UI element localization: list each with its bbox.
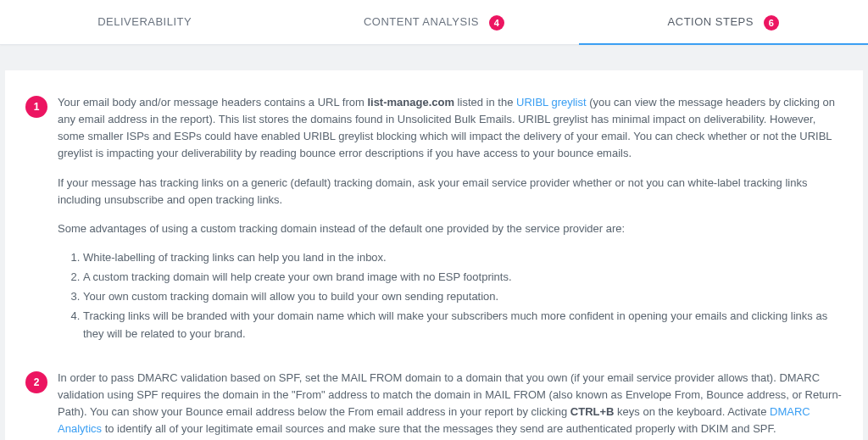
list-item: White-labelling of tracking links can he…: [83, 249, 843, 266]
tab-label: CONTENT ANALYSIS: [364, 15, 479, 28]
tab-deliverability[interactable]: DELIVERABILITY: [0, 0, 289, 44]
list-item: Tracking links will be branded with your…: [83, 308, 843, 342]
uribl-greylist-link[interactable]: URIBL greylist: [516, 96, 587, 109]
action-step: 2 In order to pass DMARC validation base…: [25, 370, 843, 438]
tab-content-analysis[interactable]: CONTENT ANALYSIS 4: [289, 0, 578, 44]
step-paragraph: In order to pass DMARC validation based …: [58, 370, 843, 438]
step-paragraph: If your message has tracking links on a …: [58, 175, 843, 209]
step-body: In order to pass DMARC validation based …: [58, 370, 843, 438]
domain-name: list-manage.com: [367, 96, 454, 109]
list-item: A custom tracking domain will help creat…: [83, 269, 843, 286]
tab-action-steps[interactable]: ACTION STEPS 6: [579, 0, 868, 44]
step-body: Your email body and/or message headers c…: [58, 94, 843, 346]
action-steps-panel: 1 Your email body and/or message headers…: [5, 70, 863, 440]
step-paragraph: Your email body and/or message headers c…: [58, 94, 843, 163]
action-step: 1 Your email body and/or message headers…: [25, 94, 843, 346]
keyboard-shortcut: CTRL+B: [570, 405, 615, 418]
tab-label: DELIVERABILITY: [97, 15, 192, 28]
step-number-badge: 1: [25, 96, 47, 118]
badge-count: 4: [489, 15, 504, 31]
step-paragraph: Some advantages of using a custom tracki…: [58, 220, 843, 237]
tab-bar: DELIVERABILITY CONTENT ANALYSIS 4 ACTION…: [0, 0, 868, 45]
step-number-badge: 2: [25, 371, 47, 393]
advantages-list: White-labelling of tracking links can he…: [58, 249, 843, 343]
badge-count: 6: [764, 15, 779, 31]
tab-label: ACTION STEPS: [668, 15, 754, 28]
list-item: Your own custom tracking domain will all…: [83, 288, 843, 305]
